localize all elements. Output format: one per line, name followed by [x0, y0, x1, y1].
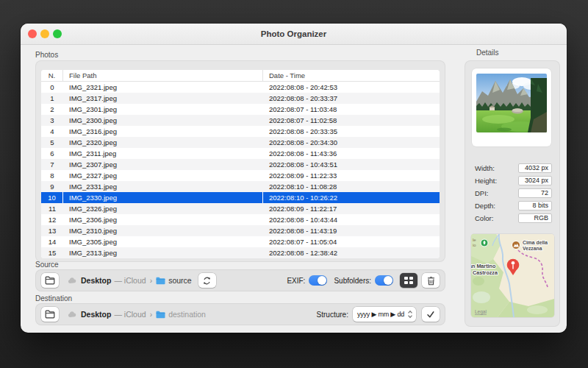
table-row[interactable]: 5IMG_2320.jpeg2022:08:08 - 20:34:30: [41, 137, 440, 148]
cell-file: IMG_2306.jpeg: [63, 214, 263, 225]
source-choose-folder-button[interactable]: [41, 273, 59, 288]
cell-n: 11: [41, 203, 63, 214]
column-header-date[interactable]: Date - Time: [263, 70, 440, 81]
breadcrumb-chevron: ›: [150, 310, 153, 319]
cell-file: IMG_2327.jpeg: [63, 170, 263, 181]
cell-n: 2: [41, 104, 63, 115]
cell-date: 2022:08:08 - 11:43:19: [263, 225, 440, 236]
source-refresh-button[interactable]: [198, 273, 216, 288]
column-header-n[interactable]: N.: [41, 70, 63, 81]
depth-field[interactable]: 8 bits: [518, 201, 552, 210]
cell-file: IMG_2300.jpeg: [63, 115, 263, 126]
map-town-label-2: Castrozza: [473, 269, 498, 276]
folder-icon: [45, 310, 55, 319]
field-row-height: Height: 3024 px: [465, 176, 559, 186]
app-window: Photo Organizer Photos N. File Path Date…: [21, 24, 567, 333]
cell-file: IMG_2331.jpeg: [63, 181, 263, 192]
cell-file: IMG_2330.jpeg: [63, 192, 263, 203]
cell-date: 2022:08:08 - 20:33:35: [263, 126, 440, 137]
table-row[interactable]: 10IMG_2330.jpeg2022:08:10 - 10:26:22: [41, 192, 440, 203]
structure-popup[interactable]: yyyy ▶ mm ▶ dd: [353, 307, 416, 322]
cell-n: 1: [41, 93, 63, 104]
table-row[interactable]: 15IMG_2313.jpeg2022:08:08 - 12:38:42: [41, 247, 440, 258]
cloud-icon: [68, 311, 77, 318]
cell-date: 2022:08:07 - 11:03:48: [263, 104, 440, 115]
height-label: Height:: [475, 177, 497, 185]
destination-folder-name: destination: [168, 310, 206, 319]
destination-choose-folder-button[interactable]: [41, 307, 59, 322]
trash-icon: [427, 276, 435, 286]
source-location-name: Desktop: [81, 276, 111, 285]
table-row[interactable]: 12IMG_2306.jpeg2022:08:08 - 10:43:44: [41, 214, 440, 225]
photos-section-label: Photos: [35, 51, 58, 59]
map-legal-link: Legal: [475, 309, 487, 315]
minimize-button[interactable]: [40, 29, 49, 38]
destination-location-detail: — iCloud: [114, 310, 146, 319]
cell-n: 0: [41, 82, 63, 93]
cell-date: 2022:08:10 - 11:08:28: [263, 181, 440, 192]
table-row[interactable]: 4IMG_2316.jpeg2022:08:08 - 20:33:35: [41, 126, 440, 137]
table-row[interactable]: 0IMG_2321.jpeg2022:08:08 - 20:42:53: [41, 82, 440, 93]
table-row[interactable]: 7IMG_2307.jpeg2022:08:08 - 10:43:51: [41, 159, 440, 170]
cell-date: 2022:08:09 - 11:22:33: [263, 170, 440, 181]
source-location-detail: — iCloud: [114, 276, 146, 285]
zoom-button[interactable]: [53, 29, 62, 38]
cell-file: IMG_2321.jpeg: [63, 82, 263, 93]
refresh-icon: [202, 276, 212, 286]
cell-n: 14: [41, 236, 63, 247]
location-map[interactable]: le io Cima della Vezzana an Martino Cast…: [471, 234, 554, 317]
toggle-knob: [384, 276, 392, 285]
cell-n: 9: [41, 181, 63, 192]
width-field[interactable]: 4032 px: [518, 163, 552, 173]
cell-file: IMG_2301.jpeg: [63, 104, 263, 115]
field-row-width: Width: 4032 px: [465, 163, 559, 174]
table-row[interactable]: 3IMG_2300.jpeg2022:08:07 - 11:02:58: [41, 115, 440, 126]
exif-toggle[interactable]: [309, 275, 327, 286]
clear-list-button[interactable]: [422, 273, 440, 288]
cell-file: IMG_2317.jpeg: [63, 93, 263, 104]
cell-n: 15: [41, 247, 63, 258]
close-button[interactable]: [28, 29, 37, 38]
source-path-breadcrumb: Desktop — iCloud › source: [68, 276, 192, 285]
map-town-label-1: an Martino: [471, 263, 496, 269]
subfolders-label: Subfolders:: [334, 277, 371, 285]
table-row[interactable]: 13IMG_2310.jpeg2022:08:08 - 11:43:19: [41, 225, 440, 236]
column-header-file[interactable]: File Path: [63, 70, 263, 81]
details-section-label: Details: [476, 49, 499, 57]
breadcrumb-chevron: ›: [150, 276, 153, 285]
table-row[interactable]: 11IMG_2326.jpeg2022:08:09 - 11:22:17: [41, 203, 440, 214]
grid-icon: [404, 277, 413, 284]
destination-path-breadcrumb: Desktop — iCloud › destination: [68, 310, 206, 319]
field-row-depth: Depth: 8 bits: [465, 201, 559, 211]
field-row-color: Color: RGB: [465, 213, 559, 224]
subfolders-toggle[interactable]: [375, 275, 393, 286]
title-bar[interactable]: Photo Organizer: [21, 24, 567, 45]
table-row[interactable]: 14IMG_2305.jpeg2022:08:07 - 11:05:04: [41, 236, 440, 247]
cell-file: IMG_2310.jpeg: [63, 225, 263, 236]
destination-section-label: Destination: [35, 294, 72, 302]
dpi-field[interactable]: 72: [518, 188, 552, 198]
table-row[interactable]: 8IMG_2327.jpeg2022:08:09 - 11:22:33: [41, 170, 440, 181]
field-row-dpi: DPI: 72: [465, 188, 559, 199]
cell-file: IMG_2305.jpeg: [63, 236, 263, 247]
toggle-knob: [318, 276, 326, 285]
cell-file: IMG_2313.jpeg: [63, 247, 263, 258]
table-row[interactable]: 1IMG_2317.jpeg2022:08:08 - 20:33:37: [41, 93, 440, 104]
cell-date: 2022:08:08 - 10:43:44: [263, 214, 440, 225]
cell-n: 12: [41, 214, 63, 225]
table-row[interactable]: 2IMG_2301.jpeg2022:08:07 - 11:03:48: [41, 104, 440, 115]
table-row[interactable]: 9IMG_2331.jpeg2022:08:10 - 11:08:28: [41, 181, 440, 192]
source-section-label: Source: [35, 261, 59, 269]
width-label: Width:: [475, 164, 495, 172]
table-row[interactable]: 6IMG_2311.jpeg2022:08:08 - 11:43:36: [41, 148, 440, 159]
structure-label: Structure:: [317, 311, 348, 319]
map-fragment-1: le: [473, 238, 476, 242]
window-title: Photo Organizer: [21, 24, 567, 44]
photo-thumbnail-frame: [472, 68, 551, 146]
grid-view-button[interactable]: [400, 273, 417, 288]
cell-n: 3: [41, 115, 63, 126]
color-field[interactable]: RGB: [518, 213, 552, 223]
height-field[interactable]: 3024 px: [518, 176, 552, 185]
cell-date: 2022:08:08 - 20:33:37: [263, 93, 440, 104]
apply-structure-button[interactable]: [422, 307, 440, 322]
